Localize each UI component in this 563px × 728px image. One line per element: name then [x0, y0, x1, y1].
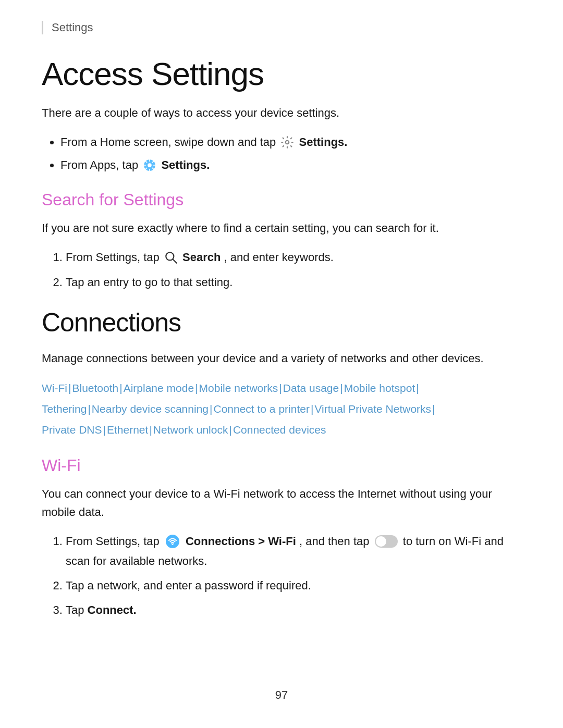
- access-settings-title: Access Settings: [42, 55, 521, 92]
- link-data-usage[interactable]: Data usage: [283, 382, 339, 394]
- separator: |: [119, 382, 122, 394]
- wifi-connections-icon: [165, 535, 180, 548]
- link-mobile-hotspot[interactable]: Mobile hotspot: [344, 382, 415, 394]
- separator: |: [68, 382, 71, 394]
- list-item: Tap a network, and enter a password if r…: [66, 576, 521, 595]
- wifi-step-3-prefix: Tap: [66, 603, 88, 616]
- step-1-text: From Settings, tap: [66, 251, 160, 264]
- separator: |: [88, 403, 90, 415]
- step-2-text: Tap an entry to go to that setting.: [66, 276, 232, 289]
- separator: |: [229, 424, 231, 436]
- bullet-text-2: From Apps, tap: [60, 158, 141, 171]
- link-network-unlock[interactable]: Network unlock: [153, 424, 228, 436]
- wifi-section: Wi-Fi You can connect your device to a W…: [42, 456, 521, 620]
- link-private-dns[interactable]: Private DNS: [42, 424, 102, 436]
- connections-section: Connections Manage connections between y…: [42, 307, 521, 440]
- separator: |: [311, 403, 313, 415]
- connections-title: Connections: [42, 307, 521, 338]
- link-bluetooth[interactable]: Bluetooth: [72, 382, 118, 394]
- access-settings-list: From a Home screen, swipe down and tap S…: [60, 132, 521, 175]
- gear-icon: [280, 135, 294, 149]
- wifi-step-2-text: Tap a network, and enter a password if r…: [66, 579, 311, 592]
- list-item: From a Home screen, swipe down and tap S…: [60, 132, 521, 152]
- step-1-search-label: Search: [182, 251, 221, 264]
- search-settings-intro: If you are not sure exactly where to fin…: [42, 219, 521, 237]
- link-vpn[interactable]: Virtual Private Networks: [314, 403, 431, 415]
- separator: |: [416, 382, 419, 394]
- wifi-step-1-prefix: From Settings, tap: [66, 535, 163, 548]
- separator: |: [195, 382, 198, 394]
- svg-point-6: [172, 544, 173, 545]
- svg-point-2: [148, 163, 152, 167]
- separator: |: [340, 382, 342, 394]
- search-settings-section: Search for Settings If you are not sure …: [42, 190, 521, 292]
- link-wifi[interactable]: Wi-Fi: [42, 382, 67, 394]
- link-ethernet[interactable]: Ethernet: [107, 424, 148, 436]
- search-settings-title: Search for Settings: [42, 190, 521, 209]
- connections-intro: Manage connections between your device a…: [42, 349, 521, 367]
- search-settings-steps: From Settings, tap Search , and enter ke…: [66, 248, 521, 292]
- separator: |: [279, 382, 282, 394]
- link-nearby-scan[interactable]: Nearby device scanning: [92, 403, 209, 415]
- link-tethering[interactable]: Tethering: [42, 403, 87, 415]
- list-item: From Settings, tap Search , and enter ke…: [66, 248, 521, 267]
- toggle-icon: [375, 535, 398, 548]
- separator: |: [103, 424, 106, 436]
- link-mobile-networks[interactable]: Mobile networks: [199, 382, 278, 394]
- list-item: From Settings, tap Connections > Wi-Fi ,…: [66, 532, 521, 571]
- wifi-step-1-bold: Connections > Wi-Fi: [186, 535, 296, 548]
- apps-icon: [143, 158, 156, 172]
- wifi-title: Wi-Fi: [42, 456, 521, 475]
- wifi-step-1-middle: , and then tap: [299, 535, 373, 548]
- page-number: 97: [275, 688, 288, 702]
- step-1-suffix: , and enter keywords.: [224, 251, 334, 264]
- svg-point-0: [286, 141, 289, 144]
- search-icon: [164, 251, 178, 264]
- link-connected-devices[interactable]: Connected devices: [233, 424, 326, 436]
- separator: |: [149, 424, 152, 436]
- wifi-step-3-bold: Connect.: [88, 603, 137, 616]
- separator: |: [210, 403, 212, 415]
- settings-label-2: Settings.: [161, 158, 210, 171]
- access-settings-section: Access Settings There are a couple of wa…: [42, 55, 521, 175]
- bullet-text-1: From a Home screen, swipe down and tap: [60, 135, 279, 149]
- list-item: Tap an entry to go to that setting.: [66, 273, 521, 292]
- separator: |: [432, 403, 435, 415]
- svg-point-5: [166, 535, 179, 548]
- wifi-intro: You can connect your device to a Wi-Fi n…: [42, 485, 521, 521]
- link-printer[interactable]: Connect to a printer: [213, 403, 309, 415]
- list-item: From Apps, tap Settings.: [60, 155, 521, 175]
- breadcrumb: Settings: [42, 21, 521, 34]
- settings-label-1: Settings.: [299, 135, 348, 149]
- wifi-steps: From Settings, tap Connections > Wi-Fi ,…: [66, 532, 521, 620]
- connections-links: Wi-Fi|Bluetooth|Airplane mode|Mobile net…: [42, 378, 521, 440]
- svg-line-4: [173, 260, 177, 263]
- list-item: Tap Connect.: [66, 600, 521, 620]
- link-airplane[interactable]: Airplane mode: [124, 382, 194, 394]
- access-settings-intro: There are a couple of ways to access you…: [42, 104, 521, 122]
